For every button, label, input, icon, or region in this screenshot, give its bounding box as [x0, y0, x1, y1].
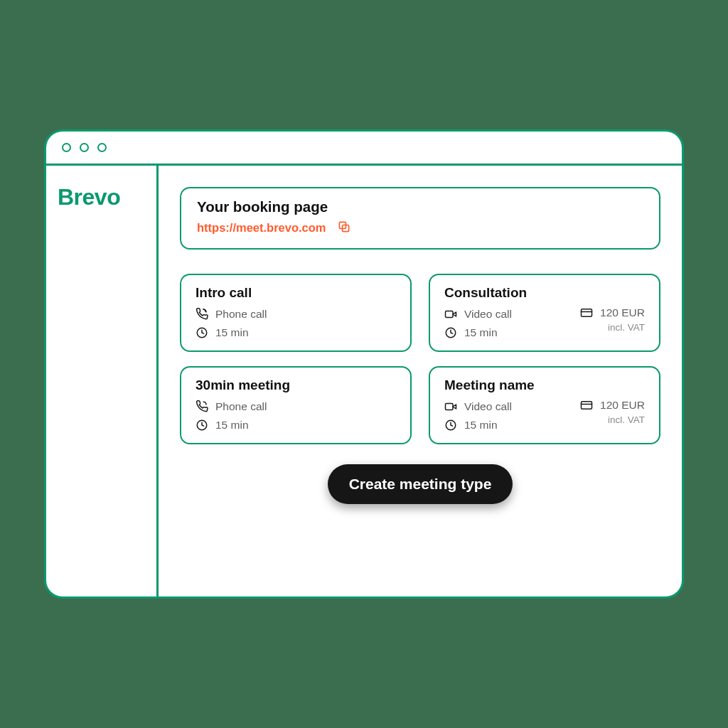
clock-icon	[444, 326, 457, 339]
meeting-title: Consultation	[444, 285, 569, 301]
copy-url-button[interactable]	[336, 220, 352, 235]
clock-icon	[196, 326, 208, 339]
phone-icon	[196, 308, 208, 321]
meeting-card[interactable]: Meeting name Video call	[429, 366, 660, 444]
video-icon	[444, 400, 457, 413]
meeting-title: 30min meeting	[196, 378, 396, 393]
meeting-price: 120 EUR	[600, 306, 645, 319]
booking-url[interactable]: https://meet.brevo.com	[197, 221, 326, 235]
meeting-title: Meeting name	[444, 378, 569, 393]
booking-title: Your booking page	[197, 198, 643, 215]
meeting-duration: 15 min	[464, 419, 498, 431]
svg-rect-9	[446, 404, 454, 410]
meeting-price-note: incl. VAT	[608, 322, 645, 333]
window-dot	[80, 143, 89, 152]
credit-card-icon	[580, 306, 593, 319]
meeting-price: 120 EUR	[600, 399, 645, 412]
window-dot	[62, 143, 71, 152]
copy-icon	[337, 220, 351, 236]
meeting-price-note: incl. VAT	[608, 414, 645, 425]
main-content: Your booking page https://meet.brevo.com	[159, 166, 682, 596]
app-window: Brevo Your booking page https://meet.bre…	[44, 129, 684, 599]
video-icon	[444, 308, 457, 321]
clock-icon	[444, 419, 457, 432]
create-meeting-type-button[interactable]: Create meeting type	[328, 464, 513, 504]
credit-card-icon	[580, 399, 593, 412]
meeting-grid: Intro call Phone call	[180, 274, 660, 444]
meeting-mode: Phone call	[215, 401, 267, 412]
clock-icon	[196, 419, 208, 432]
phone-icon	[196, 400, 208, 413]
svg-rect-6	[582, 309, 592, 317]
window-titlebar	[46, 132, 682, 166]
window-controls	[62, 143, 107, 152]
meeting-duration: 15 min	[215, 419, 249, 431]
meeting-card[interactable]: Intro call Phone call	[180, 274, 412, 352]
meeting-mode: Video call	[464, 401, 512, 412]
booking-page-card: Your booking page https://meet.brevo.com	[180, 187, 660, 250]
meeting-duration: 15 min	[464, 327, 498, 338]
meeting-card[interactable]: Consultation Video call	[429, 274, 660, 352]
meeting-card[interactable]: 30min meeting Phone call	[180, 366, 412, 444]
meeting-title: Intro call	[196, 285, 396, 301]
svg-rect-12	[582, 402, 592, 410]
window-dot	[97, 143, 107, 152]
sidebar: Brevo	[46, 166, 159, 596]
svg-rect-3	[446, 311, 454, 318]
brand-logo: Brevo	[58, 184, 145, 210]
meeting-mode: Video call	[464, 309, 512, 320]
meeting-mode: Phone call	[215, 309, 267, 320]
meeting-duration: 15 min	[215, 327, 249, 338]
